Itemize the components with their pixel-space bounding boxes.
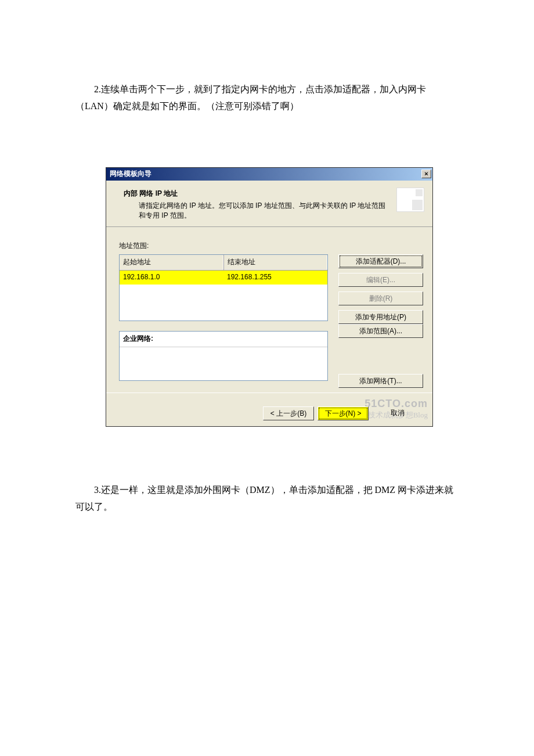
list-header: 起始地址 结束地址 (120, 255, 327, 271)
dialog-titlebar: 网络模板向导 × (106, 168, 432, 181)
add-adapter-button[interactable]: 添加适配器(D)... (338, 254, 423, 268)
delete-button: 删除(R) (338, 291, 423, 305)
edit-button: 编辑(E)... (338, 273, 423, 287)
network-icon (396, 188, 424, 212)
dialog-title: 网络模板向导 (110, 168, 151, 181)
next-button[interactable]: 下一步(N) > (317, 406, 369, 420)
col-start-address[interactable]: 起始地址 (120, 255, 224, 270)
dialog-subheading: 请指定此网络的 IP 地址。您可以添加 IP 地址范围、与此网卡关联的 IP 地… (124, 201, 391, 221)
corporate-network-label: 企业网络: (120, 332, 327, 347)
corporate-network-list[interactable]: 企业网络: (119, 331, 328, 381)
close-icon[interactable]: × (421, 170, 431, 178)
add-private-button[interactable]: 添加专用地址(P) (338, 310, 423, 324)
paragraph-3: 3.还是一样，这里就是添加外围网卡（DMZ），单击添加适配器，把 DMZ 网卡添… (75, 482, 459, 516)
cell-end: 192.168.1.255 (223, 271, 327, 285)
add-network-button[interactable]: 添加网络(T)... (338, 374, 423, 388)
back-button[interactable]: < 上一步(B) (263, 406, 314, 420)
col-end-address[interactable]: 结束地址 (224, 255, 328, 270)
address-range-list[interactable]: 起始地址 结束地址 192.168.1.0 192.168.1.255 (119, 254, 328, 321)
paragraph-2: 2.连续单击两个下一步，就到了指定内网卡的地方，点击添加适配器，加入内网卡（LA… (75, 81, 459, 115)
cell-start: 192.168.1.0 (120, 271, 223, 285)
range-label: 地址范围: (119, 240, 423, 253)
wizard-dialog: 网络模板向导 × 内部 网络 IP 地址 请指定此网络的 IP 地址。您可以添加… (106, 167, 433, 427)
table-row[interactable]: 192.168.1.0 192.168.1.255 (120, 271, 327, 285)
cancel-button[interactable]: 取消 (372, 406, 423, 420)
dialog-heading: 内部 网络 IP 地址 (124, 188, 391, 200)
add-range-button[interactable]: 添加范围(A)... (338, 324, 423, 338)
